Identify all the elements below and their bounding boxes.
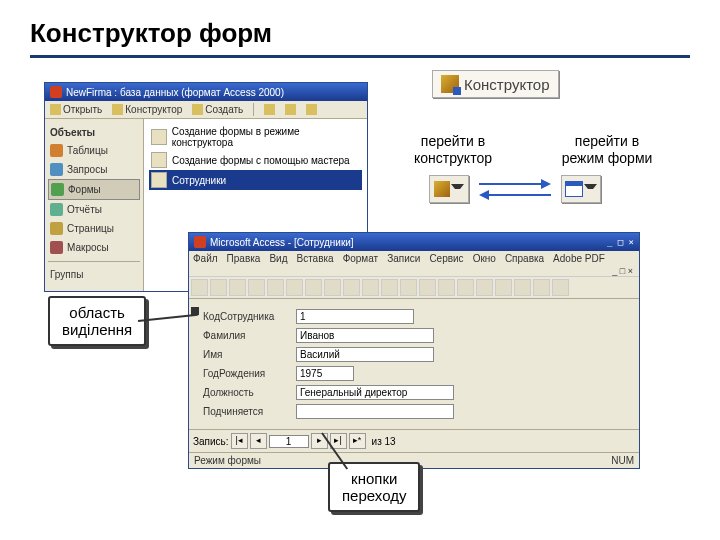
status-left: Режим формы (194, 455, 261, 466)
field-input[interactable] (296, 385, 454, 400)
field-input[interactable] (296, 404, 454, 419)
toolbar-icon[interactable] (304, 103, 319, 116)
object-icon (51, 183, 64, 196)
field-input[interactable] (296, 309, 414, 324)
toolbar-icon[interactable] (552, 279, 569, 296)
form-titlebar: Microsoft Access - [Сотрудники] _ □ × (189, 233, 639, 251)
dropdown-icon (584, 184, 597, 194)
goto-designer-label: перейти в конструктор (398, 133, 508, 167)
design-icon (441, 75, 459, 93)
toolbar-icon[interactable] (438, 279, 455, 296)
toolbar-icon[interactable] (283, 103, 298, 116)
db-toolbar: Открыть Конструктор Создать (45, 101, 367, 119)
toolbar-icon[interactable] (262, 103, 277, 116)
design-button[interactable]: Конструктор (110, 103, 184, 116)
access-icon (194, 236, 206, 248)
toolbar-icon[interactable] (191, 279, 208, 296)
form-icon (151, 129, 167, 145)
access-icon (50, 86, 62, 98)
form-view-icon (565, 181, 583, 197)
toolbar-icon[interactable] (324, 279, 341, 296)
sidebar-item[interactable]: Формы (48, 179, 140, 200)
form-icon (151, 172, 167, 188)
switch-arrows (479, 180, 551, 199)
slide-title: Конструктор форм (30, 18, 690, 49)
sidebar-item[interactable]: Отчёты (48, 200, 140, 219)
nav-label: Запись: (193, 436, 229, 447)
form-body: КодСотрудникаФамилияИмяГодРожденияДолжно… (189, 299, 639, 429)
menu-item[interactable]: Окно (473, 253, 496, 264)
goto-formview-label: перейти в режим форми (552, 133, 662, 167)
list-item[interactable]: Создание формы с помощью мастера (149, 150, 362, 170)
design-mode-button[interactable] (429, 175, 469, 203)
toolbar-icon[interactable] (248, 279, 265, 296)
toolbar-icon[interactable] (495, 279, 512, 296)
toolbar-icon[interactable] (476, 279, 493, 296)
nav-new-button[interactable]: ▸* (349, 433, 366, 449)
menu-item[interactable]: Adobe PDF (553, 253, 605, 264)
selection-area-callout: область виділення (48, 296, 146, 346)
status-right: NUM (611, 455, 634, 466)
field-label: Должность (203, 387, 288, 398)
nav-position-input[interactable] (269, 435, 309, 448)
toolbar-icon[interactable] (514, 279, 531, 296)
menu-item[interactable]: Файл (193, 253, 218, 264)
toolbar-icon[interactable] (210, 279, 227, 296)
form-title: Microsoft Access - [Сотрудники] (210, 237, 354, 248)
object-icon (50, 222, 63, 235)
new-icon (192, 104, 203, 115)
field-input[interactable] (296, 366, 354, 381)
field-input[interactable] (296, 328, 434, 343)
create-button[interactable]: Создать (190, 103, 245, 116)
field-input[interactable] (296, 347, 434, 362)
menu-item[interactable]: Записи (387, 253, 420, 264)
object-icon (50, 203, 63, 216)
object-icon (50, 144, 63, 157)
nav-prev-button[interactable]: ◂ (250, 433, 267, 449)
design-view-label: Конструктор (464, 76, 550, 93)
toolbar-icon[interactable] (267, 279, 284, 296)
record-navigator: Запись: |◂ ◂ ▸ ▸| ▸* из 13 (189, 429, 639, 452)
window-controls[interactable]: _ □ × (607, 237, 634, 247)
menu-item[interactable]: Сервис (429, 253, 463, 264)
toolbar-icon[interactable] (362, 279, 379, 296)
menu-item[interactable]: Правка (227, 253, 261, 264)
nav-first-button[interactable]: |◂ (231, 433, 248, 449)
arrow-right-icon (479, 180, 551, 188)
design-view-button-large[interactable]: Конструктор (432, 70, 559, 98)
toolbar-icon[interactable] (457, 279, 474, 296)
form-menubar[interactable]: ФайлПравкаВидВставкаФорматЗаписиСервисОк… (189, 251, 639, 266)
menu-item[interactable]: Вставка (296, 253, 333, 264)
menu-item[interactable]: Вид (269, 253, 287, 264)
list-item[interactable]: Сотрудники (149, 170, 362, 190)
field-label: ГодРождения (203, 368, 288, 379)
field-label: КодСотрудника (203, 311, 288, 322)
sidebar-groups[interactable]: Группы (48, 266, 140, 283)
toolbar-icon[interactable] (229, 279, 246, 296)
object-icon (50, 163, 63, 176)
menu-item[interactable]: Справка (505, 253, 544, 264)
sidebar-item[interactable]: Запросы (48, 160, 140, 179)
toolbar-icon[interactable] (286, 279, 303, 296)
form-mode-button[interactable] (561, 175, 601, 203)
sidebar-item[interactable]: Макросы (48, 238, 140, 257)
form-window: Microsoft Access - [Сотрудники] _ □ × Фа… (188, 232, 640, 469)
toolbar-icon[interactable] (400, 279, 417, 296)
sidebar-item[interactable]: Страницы (48, 219, 140, 238)
sidebar-header: Объекты (48, 124, 140, 141)
list-item[interactable]: Создание формы в режиме конструктора (149, 124, 362, 150)
toolbar-icon[interactable] (305, 279, 322, 296)
toolbar-icon[interactable] (343, 279, 360, 296)
menu-item[interactable]: Формат (343, 253, 379, 264)
design-icon (434, 181, 450, 197)
sidebar-item[interactable]: Таблицы (48, 141, 140, 160)
toolbar-icon[interactable] (533, 279, 550, 296)
field-label: Фамилия (203, 330, 288, 341)
dropdown-icon (451, 184, 464, 194)
open-button[interactable]: Открыть (48, 103, 104, 116)
form-toolbar (189, 276, 639, 299)
toolbar-icon[interactable] (381, 279, 398, 296)
object-icon (50, 241, 63, 254)
toolbar-icon[interactable] (419, 279, 436, 296)
inner-window-controls[interactable]: _ □ × (189, 266, 639, 276)
